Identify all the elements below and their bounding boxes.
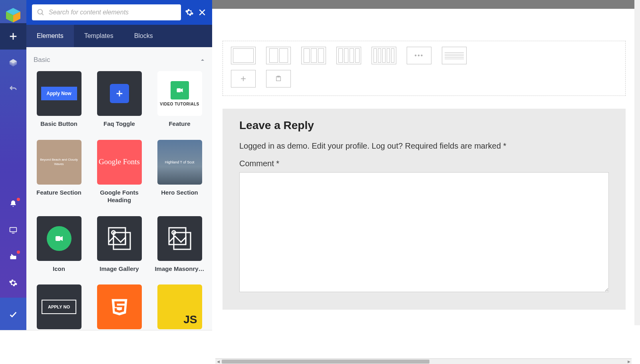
element-image-masonry[interactable]: Image Masonry… xyxy=(154,216,205,273)
video-icon xyxy=(176,86,184,94)
search-icon xyxy=(37,8,45,16)
elements-panel: Elements Templates Blocks Basic Apply No… xyxy=(26,0,212,331)
layout-add[interactable]: + xyxy=(231,70,256,88)
rail-settings[interactable] xyxy=(0,270,26,296)
image-masonry-icon xyxy=(165,224,194,253)
svg-rect-19 xyxy=(177,88,181,92)
reply-intro: Logged in as demo. Edit your profile. Lo… xyxy=(239,140,609,152)
scroll-right-icon[interactable]: ▶ xyxy=(626,359,632,364)
video-icon xyxy=(54,234,64,243)
tab-elements[interactable]: Elements xyxy=(26,25,74,47)
panel-settings-icon[interactable] xyxy=(185,8,194,17)
element-hero-section[interactable]: Highland T of Scot Hero Section xyxy=(154,140,205,204)
svg-point-12 xyxy=(38,10,43,14)
scrollbar-vertical[interactable] xyxy=(634,0,640,325)
comment-textarea[interactable] xyxy=(239,172,609,292)
element-html5[interactable] xyxy=(94,284,145,329)
chevron-up-icon xyxy=(200,58,205,62)
svg-rect-23 xyxy=(109,228,125,245)
section-basic-head[interactable]: Basic xyxy=(34,53,205,67)
element-faq-toggle[interactable]: Faq Toggle xyxy=(94,71,145,128)
app-logo xyxy=(5,7,21,23)
svg-rect-8 xyxy=(10,227,17,232)
element-basic-button[interactable]: Apply Now Basic Button xyxy=(34,71,84,128)
rail-preview[interactable] xyxy=(0,243,26,270)
layout-more[interactable]: ••• xyxy=(407,47,431,64)
element-button-outline[interactable]: APPLY NO xyxy=(34,284,84,329)
left-rail xyxy=(0,0,26,331)
layout-template[interactable] xyxy=(266,70,291,88)
js-icon: JS xyxy=(183,313,197,326)
element-feature-section[interactable]: Beyond Beach and Cloudy Waves Feature Se… xyxy=(34,140,84,204)
tab-blocks[interactable]: Blocks xyxy=(124,25,163,47)
svg-rect-21 xyxy=(56,236,60,241)
svg-marker-22 xyxy=(60,236,63,241)
tab-templates[interactable]: Templates xyxy=(74,25,124,47)
image-gallery-icon xyxy=(105,224,134,253)
layout-5col[interactable] xyxy=(372,47,396,64)
layout-4col[interactable] xyxy=(336,47,361,64)
svg-marker-11 xyxy=(11,254,14,256)
svg-rect-10 xyxy=(10,256,16,259)
scroll-left-icon[interactable]: ◀ xyxy=(215,359,221,364)
canvas-area: ••• + Leave a Reply Logged in as demo. E… xyxy=(212,0,640,331)
element-icon[interactable]: Icon xyxy=(34,216,84,273)
svg-rect-26 xyxy=(169,228,186,245)
plus-icon xyxy=(115,89,124,98)
search-input[interactable] xyxy=(49,9,176,16)
reply-section: Leave a Reply Logged in as demo. Edit yo… xyxy=(223,109,626,310)
panel-tabs: Elements Templates Blocks xyxy=(26,25,212,47)
scrollbar-horizontal[interactable]: ◀ ▶ xyxy=(215,358,632,364)
close-icon[interactable] xyxy=(198,8,207,17)
comment-label: Comment * xyxy=(239,159,609,168)
html5-icon xyxy=(109,296,130,317)
svg-marker-16 xyxy=(201,59,204,61)
svg-marker-20 xyxy=(181,88,183,92)
rail-layers[interactable] xyxy=(0,50,26,76)
rail-add[interactable] xyxy=(0,23,26,50)
element-image-gallery[interactable]: Image Gallery xyxy=(94,216,145,273)
layout-picker: ••• + xyxy=(223,41,626,96)
svg-line-13 xyxy=(42,14,44,15)
rail-undo[interactable] xyxy=(0,76,26,102)
rail-desktop[interactable] xyxy=(0,217,26,243)
layout-3col[interactable] xyxy=(301,47,326,64)
layout-1col[interactable] xyxy=(231,47,256,64)
element-google-fonts[interactable]: Google Fonts Google Fonts Heading xyxy=(94,140,145,204)
rail-notifications[interactable] xyxy=(0,191,26,217)
layout-text[interactable] xyxy=(442,47,467,64)
reply-title: Leave a Reply xyxy=(239,119,609,132)
element-feature[interactable]: VIDEO TUTORIALS Feature xyxy=(154,71,205,128)
template-icon xyxy=(275,76,282,82)
rail-publish[interactable] xyxy=(0,298,26,331)
layout-2col[interactable] xyxy=(266,47,291,64)
section-basic-label: Basic xyxy=(34,56,50,64)
search-field[interactable] xyxy=(32,4,181,20)
element-js[interactable]: JS xyxy=(154,284,205,329)
